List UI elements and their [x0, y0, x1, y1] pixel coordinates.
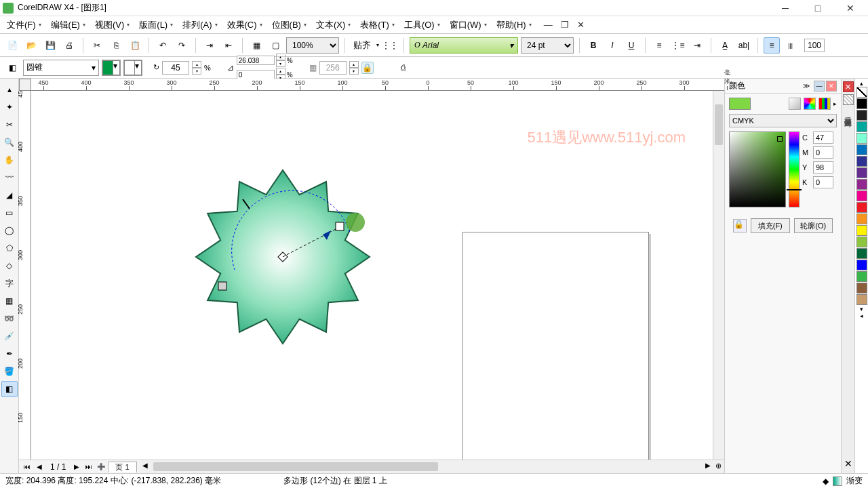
palette-swatch[interactable]: [856, 294, 867, 305]
palette-expand[interactable]: ◂: [860, 312, 863, 319]
cut-button[interactable]: ✂: [89, 37, 105, 54]
gradient-style-select[interactable]: 圆锥▾: [23, 60, 99, 76]
coord-x-input[interactable]: [237, 56, 275, 65]
color-mode-1[interactable]: [789, 98, 801, 110]
menu-位图(B)[interactable]: 位图(B)▾: [268, 18, 311, 33]
end-value-input[interactable]: [804, 39, 825, 52]
angle-spinner[interactable]: ▴▾: [192, 61, 201, 75]
fill-button[interactable]: 填充(F): [751, 218, 790, 233]
side-tab-close[interactable]: ✕: [843, 81, 854, 92]
indent-button[interactable]: ⇥: [689, 37, 705, 54]
fill-swatch[interactable]: [833, 476, 842, 486]
menu-工具(O)[interactable]: 工具(O)▾: [400, 18, 444, 33]
import-button[interactable]: ⇥: [201, 37, 218, 54]
fill-tool[interactable]: 🪣: [1, 363, 18, 380]
mdi-restore[interactable]: ❐: [558, 20, 572, 30]
hand-tool[interactable]: ✋: [1, 152, 18, 168]
font-select[interactable]: O Arial▾: [410, 37, 518, 54]
vertical-scrollbar[interactable]: [713, 91, 724, 460]
text-edit-button[interactable]: ab|: [736, 37, 752, 54]
outline-tool[interactable]: ✒: [1, 346, 18, 362]
options-button[interactable]: ⋮⋮: [382, 37, 398, 54]
k-input[interactable]: [813, 176, 833, 188]
lock-icon[interactable]: 🔒: [361, 62, 374, 74]
palette-swatch[interactable]: [856, 237, 867, 247]
color-mode-3[interactable]: [818, 98, 831, 110]
color-model-select[interactable]: CMYK: [729, 114, 837, 127]
print-button[interactable]: 🖨: [61, 37, 77, 54]
fontsize-select[interactable]: 24 pt: [521, 37, 574, 54]
first-page[interactable]: ⏮: [22, 463, 33, 470]
fountain-type-icon[interactable]: ◧: [4, 60, 20, 76]
palette-swatch[interactable]: [856, 121, 867, 132]
drawing-surface[interactable]: 511遇见www.511yj.com: [31, 91, 713, 460]
minimize-button[interactable]: ─: [776, 3, 795, 14]
undo-button[interactable]: ↶: [155, 37, 171, 54]
coord-y-input[interactable]: [237, 70, 275, 79]
char-format-button[interactable]: A̲: [717, 37, 733, 54]
end-color-well[interactable]: ▾: [124, 60, 142, 75]
m-input[interactable]: [813, 146, 833, 159]
menu-帮助(H)[interactable]: 帮助(H)▾: [492, 18, 536, 33]
eyedropper-tool[interactable]: 💉: [1, 328, 18, 344]
interactive-fill-tool[interactable]: ◧: [1, 381, 18, 397]
palette-swatch[interactable]: [856, 156, 867, 167]
table-tool[interactable]: ▦: [1, 293, 18, 309]
freehand-tool[interactable]: 〰: [1, 169, 18, 186]
crop-tool[interactable]: ✂: [1, 117, 18, 133]
palette-swatch[interactable]: [856, 214, 867, 224]
polygon-shape[interactable]: [180, 155, 384, 358]
palette-swatch[interactable]: [856, 271, 867, 282]
new-button[interactable]: 📄: [4, 37, 20, 54]
page-tab-1[interactable]: 页 1: [108, 462, 136, 472]
pick-tool[interactable]: ▴: [1, 81, 18, 98]
palette-swatch[interactable]: [856, 179, 867, 190]
ruler-origin[interactable]: [19, 79, 31, 91]
menu-视图(V)[interactable]: 视图(V)▾: [91, 18, 134, 33]
close-button[interactable]: ✕: [841, 3, 860, 14]
menu-效果(C)[interactable]: 效果(C)▾: [223, 18, 267, 33]
blend-tool[interactable]: ➿: [1, 310, 18, 327]
docker-close[interactable]: ✕: [826, 81, 837, 92]
redo-button[interactable]: ↷: [174, 37, 190, 54]
export-button[interactable]: ⇤: [220, 37, 237, 54]
palette-swatch[interactable]: [856, 248, 867, 259]
maximize-button[interactable]: □: [808, 3, 827, 14]
copy-button[interactable]: ⎘: [108, 37, 124, 54]
save-button[interactable]: 💾: [42, 37, 58, 54]
mdi-minimize[interactable]: —: [541, 20, 555, 30]
polygon-tool[interactable]: ⬠: [1, 240, 18, 256]
palette-swatch[interactable]: [856, 225, 867, 236]
docker-collapse[interactable]: ≫: [803, 82, 810, 89]
angle-input[interactable]: [162, 61, 189, 75]
c-input[interactable]: [813, 131, 833, 144]
palette-swatch[interactable]: [856, 167, 867, 178]
add-page[interactable]: ➕: [96, 463, 106, 470]
next-page[interactable]: ▶: [71, 463, 82, 470]
outline-button[interactable]: 轮廓(O): [794, 218, 833, 233]
color-mode-2[interactable]: [804, 98, 816, 110]
docker-min[interactable]: —: [814, 81, 825, 92]
mdi-close[interactable]: ✕: [574, 20, 587, 30]
last-page[interactable]: ⏭: [83, 463, 94, 470]
hue-slider[interactable]: [789, 131, 800, 207]
start-color-well[interactable]: ▾: [102, 60, 120, 75]
align-button[interactable]: ≡: [651, 37, 667, 54]
palette-down[interactable]: ▾: [860, 306, 863, 312]
menu-编辑(E)[interactable]: 编辑(E)▾: [47, 18, 90, 33]
palette-swatch[interactable]: [856, 190, 867, 201]
palette-swatch[interactable]: [856, 110, 867, 121]
lock-color-button[interactable]: 🔒: [733, 219, 747, 232]
smart-fill-tool[interactable]: ◢: [1, 187, 18, 203]
bold-button[interactable]: B: [585, 37, 601, 54]
menu-窗口(W)[interactable]: 窗口(W)▾: [446, 18, 491, 33]
ellipse-tool[interactable]: ◯: [1, 222, 18, 239]
underline-button[interactable]: U: [623, 37, 639, 54]
prev-page[interactable]: ◀: [34, 463, 45, 470]
vert-text-button[interactable]: ⫼: [783, 37, 799, 54]
palette-swatch[interactable]: [856, 202, 867, 213]
rectangle-tool[interactable]: ▭: [1, 205, 18, 221]
palette-swatch[interactable]: [856, 260, 867, 270]
side-tab-close2[interactable]: ✕: [844, 458, 852, 469]
palette-swatch[interactable]: [856, 98, 867, 109]
